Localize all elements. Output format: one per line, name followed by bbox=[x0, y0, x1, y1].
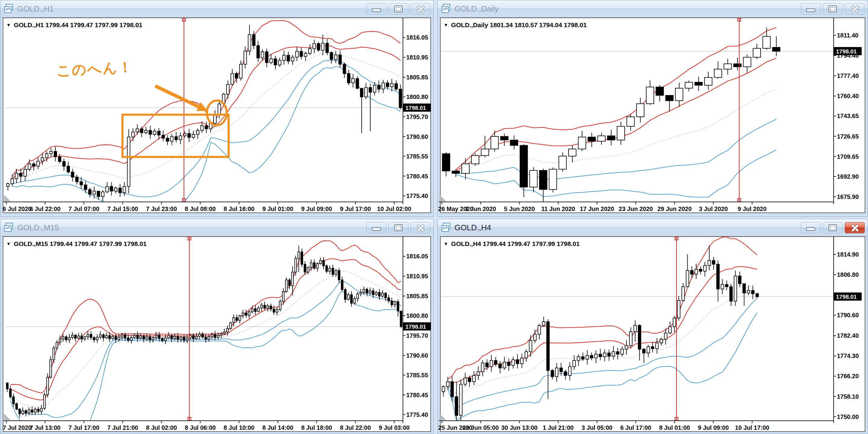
svg-text:23 Jun 2020: 23 Jun 2020 bbox=[619, 205, 653, 212]
svg-text:1798.01: 1798.01 bbox=[405, 323, 426, 330]
annotation-drawing bbox=[122, 86, 228, 157]
annotation-circle bbox=[207, 100, 227, 125]
candlestick-chart-h1[interactable]: 1816.051810.951805.851800.801795.701790.… bbox=[0, 0, 434, 217]
chart-header-ohlc: GOLD.,H4 1799.44 1799.47 1797.99 1798.01 bbox=[451, 240, 580, 247]
svg-text:8 Jul 02:00: 8 Jul 02:00 bbox=[146, 424, 177, 431]
svg-text:29 Jun 05:00: 29 Jun 05:00 bbox=[463, 424, 499, 431]
candlestick-chart-daily[interactable]: 1811.401794.401777.401760.401743.651726.… bbox=[438, 0, 868, 217]
chart-header-ohlc: GOLD.,H1 1799.44 1799.47 1797.99 1798.01 bbox=[14, 22, 142, 28]
candlestick-chart-m15[interactable]: 1816.051810.951805.851800.801795.701790.… bbox=[0, 219, 434, 434]
time-axis-labels: 25 Jun 202029 Jun 05:0030 Jun 13:001 Jul… bbox=[438, 421, 769, 431]
svg-text:1775.40: 1775.40 bbox=[406, 411, 428, 418]
current-price-tag: 1798.01 bbox=[403, 104, 431, 112]
svg-text:9 Jul 03:00: 9 Jul 03:00 bbox=[379, 424, 409, 431]
svg-text:29 Jun 2020: 29 Jun 2020 bbox=[657, 205, 691, 212]
svg-text:1675.90: 1675.90 bbox=[837, 194, 859, 200]
chart-header-ohlc: GOLD.,M15 1799.44 1799.47 1797.99 1798.0… bbox=[14, 240, 147, 247]
symbol-dropdown-icon[interactable]: ▼ bbox=[444, 241, 448, 246]
indicator-bands bbox=[12, 21, 401, 217]
chart-header: ▼GOLD.,H1 1799.44 1799.47 1797.99 1798.0… bbox=[6, 22, 142, 29]
svg-text:1777.40: 1777.40 bbox=[837, 73, 859, 79]
svg-text:1798.01: 1798.01 bbox=[836, 294, 857, 300]
svg-text:17 Jun 2020: 17 Jun 2020 bbox=[580, 205, 614, 212]
svg-text:6 Jul 17:00: 6 Jul 17:00 bbox=[620, 424, 651, 431]
svg-text:8 Jul 06:00: 8 Jul 06:00 bbox=[185, 424, 216, 431]
chart-resize-grip bbox=[4, 413, 10, 420]
chart-resize-grip bbox=[439, 413, 446, 420]
svg-text:1750.00: 1750.00 bbox=[837, 413, 859, 420]
svg-text:7 Jul 2020: 7 Jul 2020 bbox=[3, 424, 32, 431]
red-vertical-line bbox=[183, 18, 185, 202]
svg-text:1692.90: 1692.90 bbox=[837, 173, 859, 180]
svg-text:5 Jun 2020: 5 Jun 2020 bbox=[504, 205, 535, 212]
svg-text:30 Jun 13:00: 30 Jun 13:00 bbox=[501, 424, 537, 431]
chart-resize-grip bbox=[439, 195, 446, 201]
svg-text:8 Jul 01:00: 8 Jul 01:00 bbox=[659, 424, 690, 431]
chart-resize-grip bbox=[4, 195, 10, 201]
current-price-tag: 1798.01 bbox=[834, 292, 862, 300]
svg-text:1780.45: 1780.45 bbox=[406, 173, 428, 180]
chart-window-h4: GOLD.,H4 1814.901806.801790.601782.40177… bbox=[437, 219, 868, 434]
annotation-box bbox=[122, 115, 228, 157]
chart-window-m15: GOLD.,M15 1816.051810.951805.851800.8017… bbox=[0, 219, 434, 434]
svg-text:1798.01: 1798.01 bbox=[836, 48, 857, 55]
svg-text:1806.80: 1806.80 bbox=[837, 271, 859, 278]
svg-text:1795.70: 1795.70 bbox=[406, 332, 428, 339]
svg-text:8 Jul 22:00: 8 Jul 22:00 bbox=[340, 424, 371, 431]
svg-text:3 Jul 2020: 3 Jul 2020 bbox=[699, 205, 728, 212]
price-axis-labels: 1814.901806.801790.601782.401774.301766.… bbox=[834, 251, 859, 420]
svg-text:1785.55: 1785.55 bbox=[406, 372, 428, 378]
chart-window-h1: GOLD.,H1 1816.051810.951805.851800.80179… bbox=[0, 0, 434, 217]
candles-layer bbox=[442, 27, 780, 204]
candlestick-chart-h4[interactable]: 1814.901806.801790.601782.401774.301766.… bbox=[438, 219, 868, 434]
svg-text:9 Jul 01:00: 9 Jul 01:00 bbox=[262, 205, 293, 212]
svg-text:11 Jun 2020: 11 Jun 2020 bbox=[541, 205, 575, 212]
svg-text:9 Jul 2020: 9 Jul 2020 bbox=[738, 205, 767, 212]
svg-text:1798.01: 1798.01 bbox=[405, 105, 426, 111]
time-axis-labels: 7 Jul 20207 Jul 13:007 Jul 17:007 Jul 21… bbox=[3, 421, 409, 431]
svg-text:1 Jul 21:00: 1 Jul 21:00 bbox=[543, 424, 574, 431]
svg-text:1726.65: 1726.65 bbox=[837, 133, 859, 140]
svg-text:1766.20: 1766.20 bbox=[837, 373, 859, 379]
svg-text:1790.60: 1790.60 bbox=[406, 352, 428, 359]
svg-text:6 Jul 22:00: 6 Jul 22:00 bbox=[30, 205, 60, 212]
svg-text:1 Jun 2020: 1 Jun 2020 bbox=[465, 205, 496, 212]
price-axis-labels: 1816.051810.951805.851800.801795.701790.… bbox=[403, 34, 428, 199]
price-axis-labels: 1816.051810.951805.851800.801795.701790.… bbox=[403, 253, 428, 418]
price-axis-labels: 1811.401794.401777.401760.401743.651726.… bbox=[834, 32, 859, 200]
svg-text:1775.40: 1775.40 bbox=[406, 193, 428, 199]
svg-text:7 Jul 15:00: 7 Jul 15:00 bbox=[107, 205, 138, 212]
svg-text:1805.85: 1805.85 bbox=[406, 74, 428, 81]
chart-header: ▼GOLD.,H4 1799.44 1799.47 1797.99 1798.0… bbox=[444, 240, 580, 248]
svg-text:1758.10: 1758.10 bbox=[837, 393, 859, 400]
svg-text:6 Jul 2020: 6 Jul 2020 bbox=[3, 205, 32, 212]
svg-text:1810.95: 1810.95 bbox=[406, 54, 428, 61]
symbol-dropdown-icon[interactable]: ▼ bbox=[444, 22, 448, 27]
candles-layer bbox=[6, 246, 402, 418]
indicator-bands bbox=[456, 27, 776, 197]
svg-text:10 Jul 17:00: 10 Jul 17:00 bbox=[735, 424, 769, 431]
svg-text:1760.40: 1760.40 bbox=[837, 93, 859, 99]
symbol-dropdown-icon[interactable]: ▼ bbox=[6, 22, 11, 27]
svg-text:7 Jul 17:00: 7 Jul 17:00 bbox=[68, 424, 99, 431]
svg-text:1782.40: 1782.40 bbox=[837, 332, 859, 339]
svg-text:1810.95: 1810.95 bbox=[406, 273, 428, 280]
svg-text:8 Jul 14:00: 8 Jul 14:00 bbox=[262, 424, 293, 431]
svg-text:7 Jul 21:00: 7 Jul 21:00 bbox=[107, 424, 138, 431]
svg-text:1709.65: 1709.65 bbox=[837, 153, 859, 160]
annotation-arrow bbox=[155, 86, 198, 107]
candles-layer bbox=[7, 25, 402, 201]
svg-text:1800.80: 1800.80 bbox=[406, 312, 428, 319]
symbol-dropdown-icon[interactable]: ▼ bbox=[6, 241, 11, 246]
current-price-tag: 1798.01 bbox=[403, 322, 431, 330]
svg-text:1785.55: 1785.55 bbox=[406, 153, 428, 160]
chart-window-daily: GOLD.,Daily 1811.401794.401777.401760.40… bbox=[437, 0, 868, 217]
red-vertical-line bbox=[188, 237, 191, 421]
svg-text:9 Jul 09:00: 9 Jul 09:00 bbox=[301, 205, 332, 212]
time-axis-labels: 26 May 20201 Jun 20205 Jun 202011 Jun 20… bbox=[438, 202, 767, 212]
svg-text:1800.80: 1800.80 bbox=[406, 93, 428, 100]
annotation-text: このへん！ bbox=[56, 57, 134, 80]
svg-text:1790.60: 1790.60 bbox=[837, 312, 859, 318]
svg-text:8 Jul 18:00: 8 Jul 18:00 bbox=[301, 424, 332, 431]
svg-text:7 Jul 23:00: 7 Jul 23:00 bbox=[146, 205, 177, 212]
